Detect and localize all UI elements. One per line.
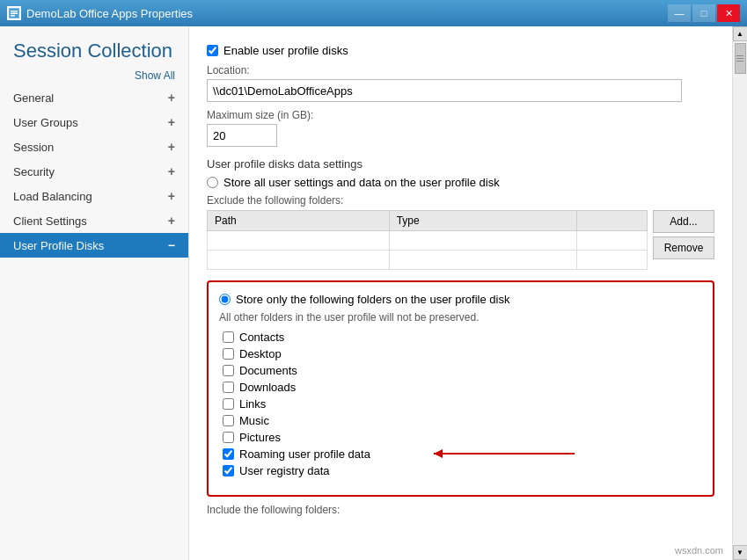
- enable-label[interactable]: Enable user profile disks: [207, 44, 348, 57]
- watermark: wsxdn.com: [675, 545, 723, 556]
- include-label: Include the following folders:: [207, 504, 714, 516]
- sidebar-item-user-groups[interactable]: User Groups +: [0, 110, 188, 135]
- svg-rect-2: [11, 13, 18, 15]
- scroll-track[interactable]: [733, 41, 747, 545]
- red-arrow-annotation: [425, 440, 601, 467]
- folder-roaming: Roaming user profile data: [223, 447, 702, 461]
- table-buttons: Add... Remove: [653, 210, 714, 275]
- sidebar-item-user-profile-disks[interactable]: User Profile Disks −: [0, 233, 188, 258]
- checkbox-links[interactable]: [223, 398, 234, 410]
- checkbox-pictures[interactable]: [223, 432, 234, 443]
- radio1-row: Store all user settings and data on the …: [207, 176, 714, 189]
- minus-icon-user-profile-disks: −: [168, 238, 175, 252]
- checkbox-downloads[interactable]: [223, 382, 234, 393]
- show-all-row: Show All: [0, 69, 188, 82]
- add-button[interactable]: Add...: [653, 210, 714, 233]
- plus-icon-session: +: [168, 140, 175, 154]
- scroll-down-button[interactable]: ▼: [733, 545, 748, 560]
- data-settings-heading: User profile disks data settings: [207, 157, 714, 171]
- hint-text: All other folders in the user profile wi…: [219, 311, 702, 324]
- radio1-input[interactable]: [207, 177, 218, 188]
- sidebar-item-security[interactable]: Security +: [0, 159, 188, 184]
- radio2-input[interactable]: [219, 294, 231, 305]
- path-cell2: [208, 251, 390, 270]
- exclude-label: Exclude the following folders:: [207, 194, 714, 207]
- checkbox-documents[interactable]: [223, 365, 234, 376]
- show-all-link[interactable]: Show All: [135, 69, 175, 82]
- sidebar-item-session[interactable]: Session +: [0, 135, 188, 159]
- grip-line-3: [736, 61, 743, 62]
- plus-icon-load-balancing: +: [168, 189, 175, 203]
- maximize-button[interactable]: □: [692, 4, 715, 22]
- scrollbar: ▲ ▼: [732, 26, 747, 560]
- sidebar-item-client-settings[interactable]: Client Settings +: [0, 208, 188, 233]
- max-size-input[interactable]: [207, 124, 277, 147]
- folder-music: Music: [223, 414, 702, 427]
- folder-registry: User registry data: [223, 464, 702, 477]
- checkbox-music[interactable]: [223, 415, 234, 426]
- svg-marker-5: [434, 449, 443, 458]
- minimize-button[interactable]: —: [668, 4, 691, 22]
- content-area: Enable user profile disks Location: Maxi…: [189, 26, 732, 560]
- path-cell: [208, 231, 390, 251]
- col-empty: [577, 211, 648, 231]
- max-size-label: Maximum size (in GB):: [207, 109, 714, 121]
- grip-line-2: [736, 58, 743, 59]
- table-area: Path Type: [207, 210, 714, 275]
- location-input[interactable]: [207, 79, 682, 102]
- title-bar: DemoLab Office Apps Properties — □ ✕: [0, 0, 747, 26]
- action-cell: [577, 231, 648, 251]
- close-button[interactable]: ✕: [717, 4, 740, 22]
- checkbox-registry[interactable]: [223, 465, 234, 476]
- col-type: Type: [389, 211, 576, 231]
- action-cell2: [577, 251, 648, 270]
- sidebar-title: Session Collection: [0, 40, 188, 69]
- main-window: Session Collection Show All General + Us…: [0, 26, 747, 560]
- folder-desktop: Desktop: [223, 347, 702, 360]
- sidebar-item-general[interactable]: General +: [0, 85, 188, 110]
- checkbox-contacts[interactable]: [223, 331, 234, 343]
- checkbox-desktop[interactable]: [223, 348, 234, 360]
- table-row-empty2: [208, 251, 648, 270]
- plus-icon-security: +: [168, 164, 175, 178]
- col-path: Path: [208, 211, 390, 231]
- checkbox-roaming[interactable]: [223, 448, 234, 460]
- svg-rect-3: [11, 15, 15, 17]
- folder-pictures: Pictures: [223, 431, 702, 444]
- max-size-input-row: [207, 124, 714, 147]
- app-icon: [7, 6, 21, 20]
- grip-line-1: [736, 55, 743, 56]
- remove-button[interactable]: Remove: [653, 236, 714, 259]
- location-input-row: [207, 79, 714, 102]
- window-controls: — □ ✕: [668, 4, 740, 22]
- plus-icon-client-settings: +: [168, 214, 175, 228]
- radio2-row: Store only the following folders on the …: [219, 293, 702, 306]
- exclude-table: Path Type: [207, 210, 648, 270]
- enable-row: Enable user profile disks: [207, 44, 714, 57]
- table-row-empty: [208, 231, 648, 251]
- sidebar: Session Collection Show All General + Us…: [0, 26, 189, 560]
- scroll-up-button[interactable]: ▲: [733, 26, 748, 41]
- sidebar-item-load-balancing[interactable]: Load Balancing +: [0, 184, 188, 208]
- svg-rect-1: [11, 11, 18, 12]
- type-cell: [389, 231, 576, 251]
- folder-documents: Documents: [223, 364, 702, 377]
- window-title: DemoLab Office Apps Properties: [26, 7, 193, 20]
- store-folders-section: Store only the following folders on the …: [207, 280, 714, 497]
- location-label: Location:: [207, 64, 714, 76]
- plus-icon-user-groups: +: [168, 115, 175, 129]
- scroll-thumb[interactable]: [735, 43, 746, 74]
- enable-checkbox[interactable]: [207, 45, 218, 56]
- folder-downloads: Downloads: [223, 381, 702, 394]
- folder-links: Links: [223, 397, 702, 411]
- plus-icon-general: +: [168, 91, 175, 105]
- folder-contacts: Contacts: [223, 331, 702, 344]
- folder-list: Contacts Desktop Documents Downloads Lin…: [219, 331, 702, 477]
- title-bar-left: DemoLab Office Apps Properties: [7, 6, 193, 20]
- type-cell2: [389, 251, 576, 270]
